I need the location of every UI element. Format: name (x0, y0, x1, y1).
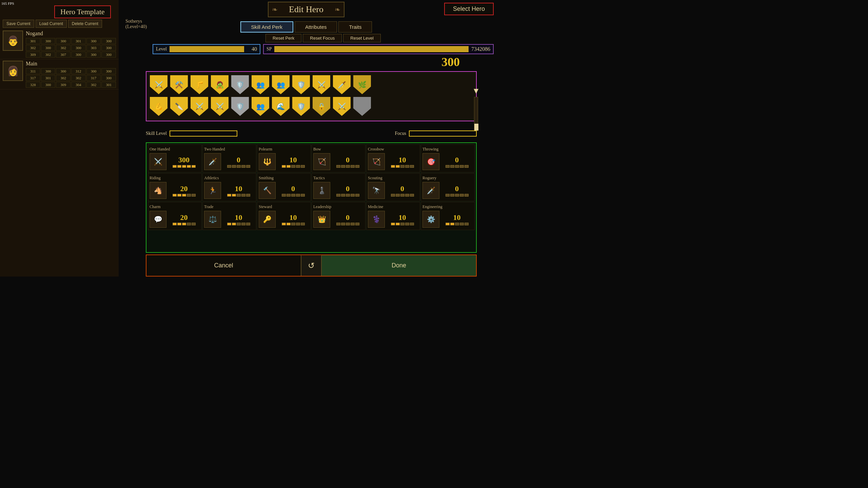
skill-dot (246, 165, 250, 168)
skill-dot (232, 165, 236, 168)
scroll-track[interactable] (474, 97, 478, 131)
skill-dot (341, 165, 345, 168)
skill-dot (237, 194, 241, 197)
skill-cell-leadership[interactable]: Leadership👑0 (312, 202, 366, 230)
perk-icon-0-5[interactable]: 👥 (251, 75, 270, 95)
skill-value-col: 10 (222, 184, 255, 197)
perk-icon-0-6[interactable]: 👥 (271, 75, 290, 95)
skill-cell-athletics[interactable]: Athletics🏃10 (202, 173, 256, 201)
perk-icon-0-3[interactable]: 🧟 (210, 75, 229, 95)
skill-cell-scouting[interactable]: Scouting🔭0 (366, 173, 420, 201)
skill-dot (396, 223, 400, 225)
select-hero-button[interactable]: Select Hero (444, 3, 494, 15)
perk-icon-1-8[interactable]: 🔒 (312, 96, 331, 117)
tab-skill-and-perk[interactable]: Skill And Perk (240, 21, 294, 33)
skill-cell-bow[interactable]: Bow🏹0 (312, 144, 366, 172)
stat-cell: 300 (56, 68, 71, 74)
skill-cell-roguery[interactable]: Roguery🗡️0 (421, 173, 475, 201)
stat-cell: 300 (41, 68, 56, 74)
skill-cell-engineering[interactable]: Engineering⚙️10 (421, 202, 475, 230)
perk-icon-0-7[interactable]: 🛡️ (292, 75, 311, 95)
reset-level-button[interactable]: Reset Level (343, 34, 381, 42)
perk-icon-1-9[interactable]: ⚔️ (332, 96, 351, 117)
skill-value: 20 (180, 184, 188, 193)
perk-icon-0-2[interactable]: 🦵 (190, 75, 209, 95)
hero-avatar-0: 👨 (3, 30, 23, 51)
skill-dots (391, 194, 414, 197)
perk-icon-1-2[interactable]: ⚔️ (190, 96, 209, 117)
skill-cell-riding[interactable]: Riding🐴20 (148, 173, 202, 201)
perk-icon-0-1[interactable]: ⚒️ (170, 75, 189, 95)
perk-icon-1-1[interactable]: 🔪 (170, 96, 189, 117)
tab-traits[interactable]: Traits (338, 21, 372, 33)
save-current-button[interactable]: Save Current (3, 20, 34, 28)
reset-icon-button[interactable]: ↺ (301, 256, 321, 276)
scroll-arrow-down[interactable]: ▼ (472, 86, 480, 96)
stat-cell: 300 (41, 82, 56, 88)
stat-cell: 300 (86, 52, 101, 58)
perk-icon-0-10[interactable]: 🌿 (353, 75, 372, 95)
skill-cell-medicine[interactable]: Medicine⚕️10 (366, 202, 420, 230)
skill-dot (460, 165, 464, 168)
skill-cell-tactics[interactable]: Tactics♟️0 (312, 173, 366, 201)
level-value: 40 (247, 46, 257, 52)
skill-icon: 🔑 (259, 211, 276, 228)
skill-name-label: Throwing (422, 147, 473, 152)
perk-icon-0-9[interactable]: 🗡️ (332, 75, 351, 95)
skill-value: 10 (235, 184, 242, 193)
perk-icon-0-0[interactable]: ⚔️ (149, 75, 168, 95)
reset-focus-button[interactable]: Reset Focus (303, 34, 342, 42)
stat-cell: 301 (41, 75, 56, 81)
skill-dots (173, 194, 196, 197)
reset-perk-button[interactable]: Reset Perk (265, 34, 301, 42)
skill-cell-polearm[interactable]: Polearm🔱10 (257, 144, 311, 172)
skill-cell-throwing[interactable]: Throwing🎯0 (421, 144, 475, 172)
skill-dot (346, 165, 350, 168)
load-current-button[interactable]: Load Current (36, 20, 67, 28)
skill-dot (446, 223, 450, 225)
skill-dots (173, 165, 196, 168)
hero-item-1[interactable]: 👩Main31130030031230030031730130230231730… (0, 59, 119, 89)
skill-dot (287, 165, 291, 168)
skill-value: 0 (400, 184, 404, 193)
perk-grid: ⚔️⚒️🦵🧟🛡️👥👥🛡️⚔️🗡️🌿💪🔪⚔️⚔️🛡️👥🌊🛡️🔒⚔️ (149, 75, 473, 117)
skill-dot (296, 194, 300, 197)
perk-icon-0-4[interactable]: 🛡️ (231, 75, 250, 95)
skill-value: 10 (399, 213, 406, 222)
perk-icon-1-10[interactable] (353, 96, 372, 117)
skill-cell-trade[interactable]: Trade⚖️10 (202, 202, 256, 230)
skill-cell-crossbow[interactable]: Crossbow🏹10 (366, 144, 420, 172)
skill-dot (237, 223, 241, 225)
skill-cell-one-handed[interactable]: One Handed⚔️300 (148, 144, 202, 172)
skill-cell-charm[interactable]: Charm💬20 (148, 202, 202, 230)
skill-dots (282, 194, 305, 197)
perk-icon-0-8[interactable]: ⚔️ (312, 75, 331, 95)
perk-icon-1-5[interactable]: 👥 (251, 96, 270, 117)
skill-row: 🏹10 (368, 153, 418, 170)
cancel-button[interactable]: Cancel (146, 255, 301, 276)
skill-dot (410, 194, 414, 197)
skill-cell-smithing[interactable]: Smithing🔨0 (257, 173, 311, 201)
stat-cell: 300 (101, 68, 116, 74)
skill-dot (291, 194, 295, 197)
hero-item-0[interactable]: 👨Nogand301300300301300300302300302300303… (0, 29, 119, 59)
skill-cell-steward[interactable]: Steward🔑10 (257, 202, 311, 230)
hero-stats-grid-1: 3113003003123003003173013023023173003283… (26, 68, 116, 88)
perk-icon-1-6[interactable]: 🌊 (271, 96, 290, 117)
skills-grid: One Handed⚔️300Two Handed🗡️0Polearm🔱10Bo… (146, 143, 476, 231)
delete-current-button[interactable]: Delete Current (68, 20, 102, 28)
skill-dot (341, 223, 345, 225)
skill-row: 🏃10 (204, 182, 255, 199)
perk-icon-1-7[interactable]: 🛡️ (292, 96, 311, 117)
perk-icon-1-3[interactable]: ⚔️ (210, 96, 229, 117)
stat-cell: 303 (86, 45, 101, 51)
skill-dot (227, 165, 231, 168)
skill-value-col: 0 (222, 156, 255, 168)
perk-icon-1-4[interactable]: 🛡️ (231, 96, 250, 117)
tab-attributes[interactable]: Attributes (295, 21, 337, 33)
perk-icon-1-0[interactable]: 💪 (149, 96, 168, 117)
skill-cell-two-handed[interactable]: Two Handed🗡️0 (202, 144, 256, 172)
done-button[interactable]: Done (321, 255, 476, 276)
skill-row: ⚔️300 (150, 153, 200, 170)
skill-value: 10 (453, 213, 461, 222)
